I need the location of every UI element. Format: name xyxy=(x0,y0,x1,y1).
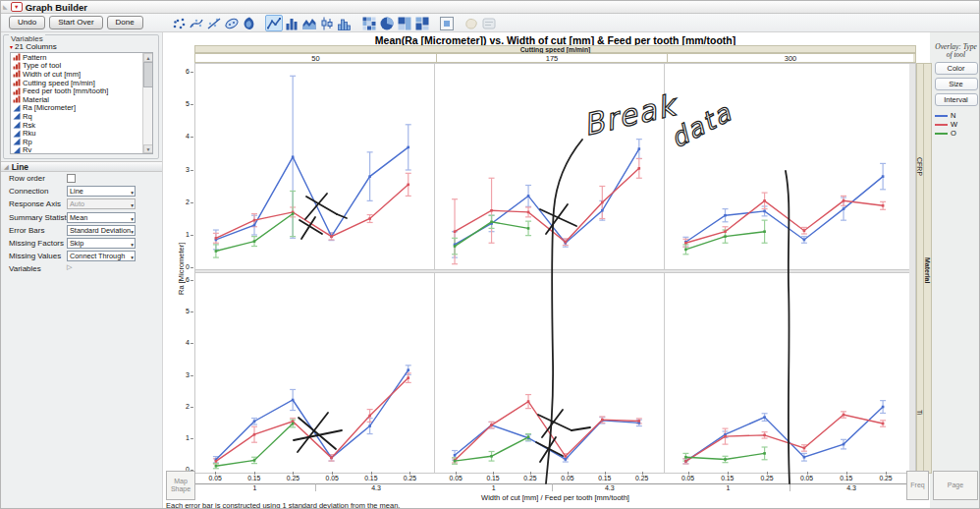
y-axis-ticks-row1[interactable]: 0123456 xyxy=(179,63,193,269)
columns-header[interactable]: ▾ 21 Columns xyxy=(10,42,57,51)
line-panel-header[interactable]: ◢ Line xyxy=(1,161,162,172)
variables-list[interactable]: PatternType of toolWidth of cut [mm]Cutt… xyxy=(10,52,153,154)
chevron-down-icon: ▾ xyxy=(131,254,134,261)
legend-entry-O[interactable]: O xyxy=(935,129,979,138)
variable-item[interactable]: Rp xyxy=(11,138,152,146)
points-icon[interactable] xyxy=(170,15,188,31)
bar-icon[interactable] xyxy=(283,15,300,31)
row-order-checkbox[interactable] xyxy=(67,174,76,183)
smoother-icon[interactable] xyxy=(188,15,205,31)
x-tick-label: 0.25 xyxy=(287,475,299,481)
plot-panel-Ti-175[interactable] xyxy=(435,272,665,473)
continuous-icon xyxy=(13,130,21,138)
property-label: Variables xyxy=(9,264,41,273)
legend-size-button[interactable]: Size xyxy=(935,78,978,90)
undo-button[interactable]: Undo xyxy=(9,16,45,29)
series-line-N xyxy=(455,149,639,245)
ellipse-icon[interactable] xyxy=(223,15,241,31)
disclosure-triangle-icon[interactable]: ◢ xyxy=(4,163,9,170)
line-of-fit-icon[interactable] xyxy=(205,15,223,31)
line-panel-row: Summary StatisticMean▾ xyxy=(1,211,162,224)
series-line-W xyxy=(216,185,408,238)
property-label: Connection xyxy=(9,187,48,196)
page-dropzone[interactable]: Page xyxy=(933,471,978,500)
mosaic-icon[interactable] xyxy=(413,15,431,31)
y-tick-label: 2 xyxy=(186,198,190,205)
chevron-down-icon: ▾ xyxy=(131,189,134,197)
series-line-N xyxy=(685,177,883,243)
toolbar-buttons: UndoStart OverDone xyxy=(9,16,143,29)
series-line-N xyxy=(685,407,883,461)
x-tick-label: 0.15 xyxy=(598,475,611,481)
element-type-icon-strip xyxy=(170,15,498,31)
area-icon[interactable] xyxy=(300,15,318,31)
x-axis-panel-50[interactable]: 0.050.150.250.050.150.2514.3 xyxy=(194,474,436,493)
variable-item[interactable]: Feed per tooth [mm/tooth] xyxy=(11,86,152,95)
red-triangle-icon[interactable]: ▾ xyxy=(10,43,13,50)
variable-item[interactable]: Rku xyxy=(11,129,152,138)
variable-item[interactable]: Width of cut [mm] xyxy=(11,70,152,79)
plot-panel-CFRP-300[interactable] xyxy=(665,64,909,270)
x-axis-panel-300[interactable]: 0.050.150.250.050.150.2514.3 xyxy=(667,474,912,493)
heatmap-icon[interactable] xyxy=(360,15,378,31)
x-tick-label: 0.25 xyxy=(404,475,416,481)
line-properties-panel: ◢ Line Row orderConnectionLine▾Response … xyxy=(1,161,162,276)
y-axis-ticks-row2[interactable]: 0123456 xyxy=(179,271,193,472)
pie-icon[interactable] xyxy=(378,15,396,31)
variable-item[interactable]: Cutting speed [m/min] xyxy=(11,79,152,87)
error-bars-select[interactable]: Standard Deviation▾ xyxy=(67,225,136,236)
missing-factors-select[interactable]: Skip▾ xyxy=(67,238,136,249)
continuous-icon xyxy=(13,146,21,154)
nominal-icon xyxy=(13,95,21,103)
box-plot-icon[interactable] xyxy=(318,15,336,31)
nominal-icon xyxy=(13,79,21,86)
scroll-up-icon[interactable]: ▲ xyxy=(143,53,153,62)
variable-item[interactable]: Type of tool xyxy=(11,62,152,71)
histogram-icon[interactable] xyxy=(336,15,354,31)
summary-statistic-select[interactable]: Mean▾ xyxy=(67,212,136,223)
y-tick-label: 3 xyxy=(186,371,190,378)
x-group-label: 1 xyxy=(436,483,552,491)
freq-dropzone[interactable]: Freq xyxy=(906,471,929,500)
line-icon[interactable] xyxy=(265,15,283,31)
done-button[interactable]: Done xyxy=(107,16,143,29)
scroll-down-icon[interactable]: ▼ xyxy=(143,144,153,153)
scrollbar-thumb[interactable] xyxy=(143,62,153,87)
legend-interval-button[interactable]: Interval xyxy=(935,93,978,106)
variable-item[interactable]: Material xyxy=(11,95,152,104)
nominal-icon xyxy=(13,53,21,61)
contour-icon[interactable] xyxy=(241,15,258,31)
variable-item[interactable]: Rsk xyxy=(11,121,152,130)
variable-item[interactable]: Rv xyxy=(11,146,152,154)
treemap-icon[interactable] xyxy=(396,15,413,31)
line-panel-row: Response AxisAuto▾ xyxy=(1,198,162,210)
plot-panel-Ti-300[interactable] xyxy=(665,272,909,473)
x-axis-panel-175[interactable]: 0.050.150.250.050.150.2514.3 xyxy=(436,474,667,493)
continuous-icon xyxy=(13,112,21,120)
legend-label: W xyxy=(951,120,957,129)
map-shape-dropzone[interactable]: Map Shape xyxy=(166,471,195,500)
legend-label: N xyxy=(951,111,955,120)
red-triangle-menu-button[interactable]: ▼ xyxy=(11,2,23,12)
series-line-W xyxy=(455,402,639,461)
plot-panel-Ti-50[interactable] xyxy=(195,272,435,473)
connection-select[interactable]: Line▾ xyxy=(67,186,136,197)
line-panel-row: Row order xyxy=(1,172,162,185)
variables-disclosure-icon[interactable]: ▷ xyxy=(67,263,72,271)
legend-entry-N[interactable]: N xyxy=(935,111,979,120)
variable-item[interactable]: Pattern xyxy=(11,53,152,62)
legend-entry-W[interactable]: W xyxy=(935,120,979,129)
plot-panel-CFRP-50[interactable] xyxy=(195,64,435,270)
property-label: Response Axis xyxy=(9,199,61,208)
y-tick-label: 5 xyxy=(186,308,190,314)
line-panel-row: Error BarsStandard Deviation▾ xyxy=(1,224,162,237)
formula-icon[interactable] xyxy=(438,15,456,31)
variable-item[interactable]: Ra [Micrometer] xyxy=(11,104,152,113)
variables-scrollbar[interactable]: ▲ ▼ xyxy=(142,53,152,153)
start-over-button[interactable]: Start Over xyxy=(49,16,102,29)
legend-color-button[interactable]: Color xyxy=(935,62,978,75)
variable-item[interactable]: Rq xyxy=(11,112,152,121)
x-axis[interactable]: 0.050.150.250.050.150.2514.30.050.150.25… xyxy=(194,474,916,493)
plot-panel-CFRP-175[interactable] xyxy=(435,64,665,270)
missing-values-select[interactable]: Connect Through▾ xyxy=(67,251,136,261)
